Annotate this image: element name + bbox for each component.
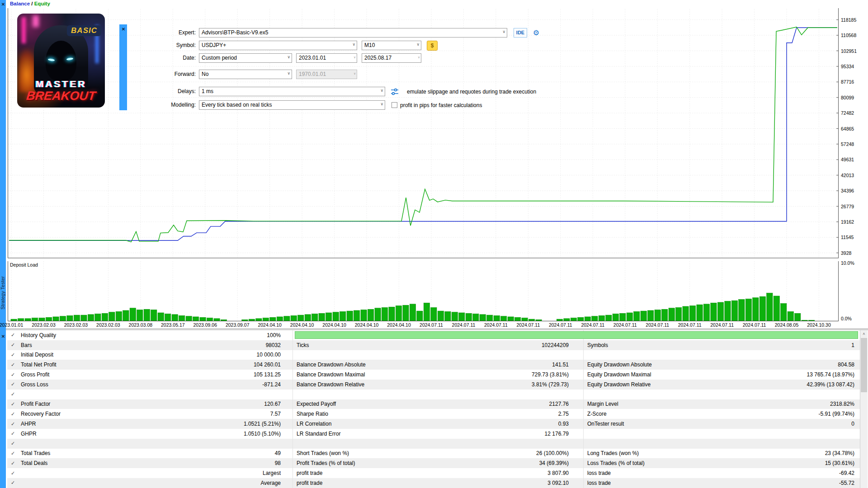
table-row[interactable]: ✓AHPR1.0521 (5.21%)LR Correlation0.93OnT… <box>7 419 860 429</box>
metric-cell: ✓Profit Factor120.67 <box>7 399 292 409</box>
check-icon: ✓ <box>11 480 17 486</box>
slippage-settings-icon[interactable] <box>390 87 400 96</box>
y-axis-label: 57248 <box>841 141 867 147</box>
metric-cell: ✓GHPR1.0510 (5.10%) <box>7 429 292 439</box>
deposit-load-max-label: 10.0% <box>841 260 854 266</box>
metric-value: 49 <box>275 450 281 456</box>
chevron-down-icon: ∨ <box>287 55 290 59</box>
chevron-down-icon: ∨ <box>380 102 383 106</box>
date-range-select[interactable]: Custom period ∨ <box>199 53 292 63</box>
metric-value: 0.93 <box>558 421 569 427</box>
symbol-select[interactable]: USDJPY+ ∨ <box>199 41 357 50</box>
metric-name: Balance Drawdown Absolute <box>297 361 366 368</box>
metric-name: Balance Drawdown Relative <box>297 381 364 388</box>
metric-value: 1.0521 (5.21%) <box>244 421 281 427</box>
strategy-tester-tab-label: Strategy Tester <box>0 260 6 310</box>
metric-name: Ticks <box>297 342 309 348</box>
metric-cell <box>583 350 860 360</box>
x-axis-label: 2023.02.03 <box>28 322 59 328</box>
modelling-select[interactable]: Every tick based on real ticks ∨ <box>199 100 385 110</box>
metric-cell <box>583 429 860 439</box>
metric-value: 98 <box>275 460 281 466</box>
table-row[interactable]: ✓GHPR1.0510 (5.10%)LR Standard Error12 1… <box>7 429 860 439</box>
delays-select[interactable]: 1 ms ∨ <box>199 87 385 96</box>
metric-cell: ✓Total Deals98 <box>7 458 292 468</box>
date-row: Date: Custom period ∨ 2023.01.01 ∨ 2025.… <box>7 53 868 63</box>
x-axis-label: 2023.03.08 <box>125 322 156 328</box>
metric-cell: Equity Drawdown Relative42.39% (13 087.4… <box>583 380 860 389</box>
check-icon: ✓ <box>11 372 17 378</box>
metric-name: Sharpe Ratio <box>297 411 328 417</box>
metric-cell: Short Trades (won %)26 (100.00%) <box>292 449 583 459</box>
symbol-properties-button[interactable]: $ <box>427 41 438 51</box>
check-icon: ✓ <box>11 441 17 446</box>
metric-value: 7.57 <box>270 411 281 417</box>
table-row[interactable]: ✓ <box>7 389 860 399</box>
table-row[interactable]: ✓History Quality100% <box>7 330 860 340</box>
x-axis-label: 2024.08.05 <box>771 322 802 328</box>
metric-value: 1 <box>851 342 854 348</box>
table-row[interactable]: ✓Largestprofit trade3 807.90loss trade-6… <box>7 468 860 478</box>
scroll-up-icon[interactable]: ˄ <box>860 330 868 338</box>
metric-name: loss trade <box>587 470 611 476</box>
close-icon[interactable]: ✕ <box>0 333 6 340</box>
metric-cell: Margin Level2318.82% <box>583 399 860 409</box>
scrollbar-thumb[interactable] <box>861 338 867 392</box>
tester-dock-strip[interactable]: ✕ Strategy Tester ✕ <box>0 0 6 488</box>
x-axis-label: 2024.04.10 <box>351 322 382 328</box>
table-row[interactable]: ✓Gross Loss-871.24Balance Drawdown Relat… <box>7 380 860 389</box>
gear-icon[interactable]: ⚙ <box>531 28 542 38</box>
table-row[interactable]: ✓Initial Deposit10 000.00 <box>7 350 860 360</box>
date-to-input[interactable]: 2025.08.17 ∨ <box>362 53 421 63</box>
x-axis-label: 2024.04.10 <box>286 322 318 328</box>
x-axis-label: 2024.07.11 <box>739 322 770 328</box>
expert-select[interactable]: Advisors\BTP-Basic-V9.ex5 ∨ <box>199 28 507 38</box>
metric-cell <box>292 350 583 360</box>
table-row[interactable]: ✓Bars98032Ticks102244209Symbols1 <box>7 340 860 350</box>
x-axis-label: 2024.07.11 <box>448 322 479 328</box>
metric-name: Expected Payoff <box>297 401 336 407</box>
y-axis-label: 49631 <box>841 157 867 162</box>
metric-value: 2127.76 <box>549 401 569 407</box>
forward-select[interactable]: No ∨ <box>199 70 292 79</box>
table-row[interactable]: ✓Profit Factor120.67Expected Payoff2127.… <box>7 399 860 409</box>
history-quality-bar <box>295 331 858 339</box>
symbol-label: Symbol: <box>142 42 196 48</box>
chevron-down-icon: ∨ <box>416 42 420 47</box>
table-row[interactable]: ✓Averageprofit trade3 092.10loss trade-5… <box>7 478 860 488</box>
metric-name: Equity Drawdown Maximal <box>587 371 651 378</box>
metric-value: 42.39% (13 087.42) <box>807 381 854 388</box>
metric-value: Largest <box>263 470 281 476</box>
metric-cell <box>292 439 583 449</box>
table-row[interactable]: ✓Recovery Factor7.57Sharpe Ratio2.75Z-Sc… <box>7 409 860 419</box>
metric-value: 98032 <box>266 342 281 348</box>
forward-date-input: 1970.01.01 ∨ <box>296 70 357 79</box>
metric-name: Profit Trades (% of total) <box>297 460 355 466</box>
metric-cell <box>583 389 860 399</box>
period-select[interactable]: M10 ∨ <box>362 41 421 50</box>
date-from-input[interactable]: 2023.01.01 ∨ <box>296 53 357 63</box>
x-axis-label: 2023.02.03 <box>60 322 92 328</box>
legend-balance: Balance <box>10 1 30 6</box>
table-scrollbar[interactable]: ˄ <box>860 330 868 488</box>
metric-cell: LR Standard Error12 176.79 <box>292 429 583 439</box>
table-row[interactable]: ✓Total Deals98Profit Trades (% of total)… <box>7 458 860 468</box>
table-row[interactable]: ✓ <box>7 439 860 449</box>
metric-cell: Equity Drawdown Absolute804.58 <box>583 360 860 370</box>
x-axis-label: 2024.07.11 <box>480 322 512 328</box>
x-axis-label: 2023.05.17 <box>157 322 189 328</box>
metric-cell: ✓ <box>7 389 292 399</box>
profit-in-pips-checkbox[interactable] <box>392 102 397 108</box>
metric-cell: ✓Initial Deposit10 000.00 <box>7 350 292 360</box>
chevron-down-icon: ∨ <box>354 72 356 75</box>
check-icon: ✓ <box>11 332 17 338</box>
table-row[interactable]: ✓Total Net Profit104 260.01Balance Drawd… <box>7 360 860 370</box>
table-row[interactable]: ✓Gross Profit105 131.25Balance Drawdown … <box>7 370 860 380</box>
x-axis-label: 2024.07.11 <box>642 322 673 328</box>
table-row[interactable]: ✓Total Trades49Short Trades (won %)26 (1… <box>7 449 860 459</box>
ide-button[interactable]: IDE <box>514 28 527 38</box>
check-icon: ✓ <box>11 411 17 417</box>
backtest-results-table: ✓History Quality100%✓Bars98032Ticks10224… <box>7 330 860 488</box>
close-icon[interactable]: ✕ <box>0 1 6 8</box>
check-icon: ✓ <box>11 421 17 427</box>
